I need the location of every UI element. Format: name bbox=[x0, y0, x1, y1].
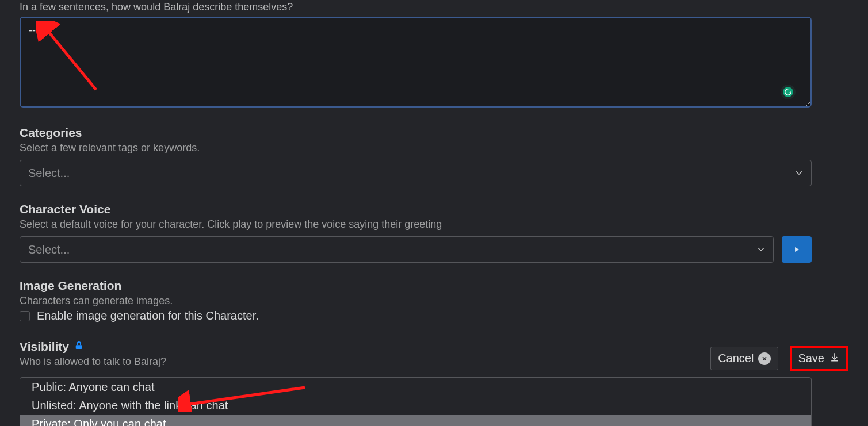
visibility-option-private[interactable]: Private: Only you can chat bbox=[20, 415, 811, 426]
visibility-dropdown[interactable]: Public: Anyone can chat Unlisted: Anyone… bbox=[20, 377, 812, 426]
voice-title: Character Voice bbox=[20, 202, 848, 216]
categories-placeholder: Select... bbox=[28, 167, 70, 180]
chevron-down-icon[interactable] bbox=[786, 160, 811, 186]
voice-placeholder: Select... bbox=[28, 243, 70, 256]
save-button[interactable]: Save bbox=[790, 346, 848, 371]
visibility-option-unlisted[interactable]: Unlisted: Anyone with the link can chat bbox=[20, 396, 811, 415]
grammarly-icon[interactable] bbox=[781, 85, 796, 99]
categories-title: Categories bbox=[20, 126, 848, 140]
image-gen-checkbox-label: Enable image generation for this Charact… bbox=[37, 309, 259, 323]
cancel-button[interactable]: Cancel bbox=[710, 347, 778, 370]
image-gen-subtitle: Characters can generate images. bbox=[20, 295, 848, 307]
categories-select[interactable]: Select... bbox=[20, 160, 812, 186]
download-icon bbox=[829, 351, 840, 366]
visibility-title: Visibility bbox=[20, 340, 166, 354]
play-voice-button[interactable] bbox=[782, 236, 812, 263]
voice-select[interactable]: Select... bbox=[20, 236, 774, 263]
lock-icon bbox=[74, 340, 84, 354]
description-textarea[interactable] bbox=[20, 17, 812, 108]
close-icon bbox=[758, 352, 771, 365]
visibility-option-public[interactable]: Public: Anyone can chat bbox=[20, 378, 811, 396]
svg-rect-0 bbox=[76, 345, 82, 349]
image-gen-checkbox[interactable] bbox=[20, 311, 30, 321]
visibility-subtitle: Who is allowed to talk to Balraj? bbox=[20, 356, 166, 368]
image-gen-title: Image Generation bbox=[20, 279, 848, 293]
chevron-down-icon[interactable] bbox=[748, 237, 773, 262]
categories-subtitle: Select a few relevant tags or keywords. bbox=[20, 142, 848, 154]
description-label: In a few sentences, how would Balraj des… bbox=[20, 0, 848, 13]
voice-subtitle: Select a default voice for your characte… bbox=[20, 218, 848, 231]
